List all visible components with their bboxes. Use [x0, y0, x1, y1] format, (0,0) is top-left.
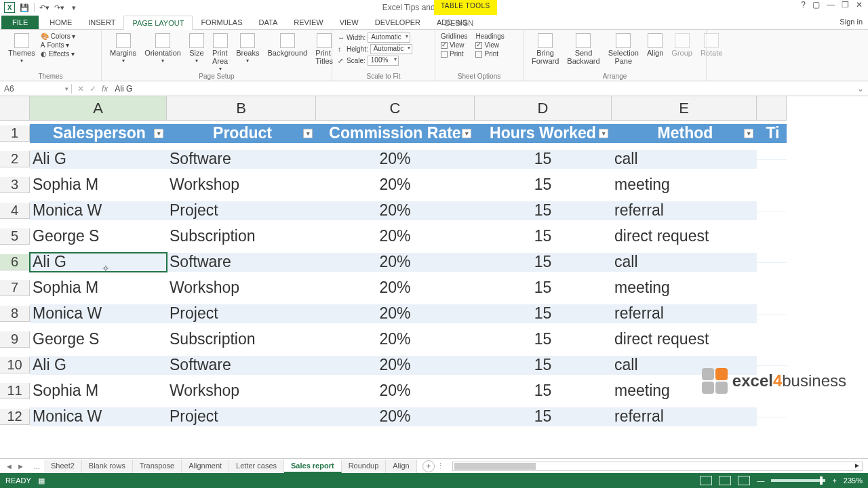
table-cell[interactable]: 20%	[316, 304, 475, 323]
sheet-tab-align[interactable]: Align	[386, 460, 416, 473]
table-header-salesperson[interactable]: Salesperson▾	[30, 124, 167, 143]
formula-bar-input[interactable]: Ali G	[112, 84, 853, 94]
background-button[interactable]: Background	[264, 32, 310, 73]
tab-developer[interactable]: DEVELOPER	[367, 16, 429, 29]
table-cell[interactable]: Monica W	[30, 304, 167, 323]
gridlines-view-check[interactable]	[441, 42, 448, 49]
zoom-level[interactable]: 235%	[844, 476, 863, 485]
theme-effects[interactable]: ◐ Effects ▾	[41, 50, 76, 58]
table-cell[interactable]: Project	[167, 304, 316, 323]
col-header-E[interactable]: E	[612, 96, 757, 121]
table-cell[interactable]	[757, 340, 787, 340]
table-cell[interactable]: Workshop	[167, 176, 316, 195]
tab-review[interactable]: REVIEW	[285, 16, 331, 29]
table-cell[interactable]: 20%	[316, 227, 475, 246]
table-header-commission[interactable]: Commission Rate▾	[316, 124, 475, 143]
col-header-F[interactable]	[757, 96, 787, 121]
print-area-button[interactable]: Print Area▾	[210, 32, 231, 73]
table-header-hours[interactable]: Hours Worked▾	[475, 124, 612, 143]
row-header-9[interactable]: 9	[0, 331, 30, 348]
zoom-out-button[interactable]: —	[757, 476, 764, 485]
help-icon[interactable]: ?	[801, 0, 806, 9]
table-cell[interactable]: 20%	[316, 356, 475, 375]
sheet-tab-sales-report[interactable]: Sales report	[284, 460, 342, 473]
col-header-D[interactable]: D	[475, 96, 612, 121]
table-cell[interactable]: 15	[475, 330, 612, 349]
sheet-tab-sheet2[interactable]: Sheet2	[44, 460, 82, 473]
table-cell[interactable]: Ali G	[30, 150, 167, 169]
view-page-layout-icon[interactable]	[719, 476, 731, 485]
table-cell[interactable]: Software	[167, 150, 316, 169]
tab-insert[interactable]: INSERT	[80, 16, 123, 29]
scale-percent-spinner[interactable]: 100%	[368, 56, 399, 66]
headings-view-check[interactable]	[475, 42, 482, 49]
themes-button[interactable]: Themes▾	[5, 32, 38, 65]
table-cell[interactable]: Sophia M	[30, 176, 167, 195]
sheet-tab-transpose[interactable]: Transpose	[133, 460, 182, 473]
name-box[interactable]: A6	[0, 84, 72, 94]
headings-print-check[interactable]	[475, 51, 482, 58]
table-header-method[interactable]: Method▾	[612, 124, 757, 143]
table-cell[interactable]: 15	[475, 304, 612, 323]
table-cell[interactable]: Workshop	[167, 382, 316, 401]
table-cell[interactable]: 20%	[316, 150, 475, 169]
row-header-2[interactable]: 2	[0, 151, 30, 167]
table-cell[interactable]: direct request	[612, 330, 757, 349]
zoom-slider[interactable]	[771, 479, 825, 482]
bring-forward-button[interactable]: Bring Forward	[529, 32, 561, 66]
fx-icon[interactable]: fx	[102, 84, 112, 94]
table-cell[interactable]: referral	[612, 201, 757, 220]
table-cell[interactable]	[757, 417, 787, 418]
table-cell[interactable]: George S	[30, 330, 167, 349]
row-header-4[interactable]: 4	[0, 203, 30, 219]
tab-page-layout[interactable]: PAGE LAYOUT	[123, 16, 193, 30]
macro-record-icon[interactable]: ▦	[38, 476, 45, 485]
table-cell[interactable]: Subscription	[167, 330, 316, 349]
send-backward-button[interactable]: Send Backward	[564, 32, 602, 66]
orientation-button[interactable]: Orientation▾	[142, 32, 184, 73]
table-cell[interactable]: Project	[167, 201, 316, 220]
table-cell[interactable]: Project	[167, 407, 316, 426]
table-cell[interactable]	[757, 288, 787, 289]
gridlines-print-check[interactable]	[441, 51, 448, 58]
table-cell[interactable]	[757, 185, 787, 186]
table-cell[interactable]: 15	[475, 176, 612, 195]
table-cell[interactable]: 15	[475, 201, 612, 220]
close-icon[interactable]: ✕	[856, 0, 863, 9]
breaks-button[interactable]: Breaks▾	[233, 32, 262, 73]
view-normal-icon[interactable]	[700, 476, 712, 485]
restore-icon[interactable]: ❐	[842, 0, 849, 9]
table-cell[interactable]: meeting	[612, 176, 757, 195]
table-cell[interactable]	[757, 211, 787, 211]
table-cell[interactable]	[757, 262, 787, 263]
minimize-icon[interactable]: —	[827, 0, 835, 9]
sheet-overflow[interactable]: ...	[30, 462, 44, 470]
table-cell[interactable]	[757, 159, 787, 160]
table-cell[interactable]: 15	[475, 279, 612, 298]
table-cell[interactable]: Monica W	[30, 201, 167, 220]
tab-data[interactable]: DATA	[251, 16, 286, 29]
select-all-corner[interactable]	[0, 96, 30, 121]
tab-file[interactable]: FILE	[1, 16, 39, 29]
table-cell[interactable]: Monica W	[30, 407, 167, 426]
scale-height-combo[interactable]: Automatic	[370, 44, 412, 54]
filter-icon[interactable]: ▾	[744, 129, 753, 138]
table-cell[interactable]: 20%	[316, 279, 475, 298]
tab-view[interactable]: VIEW	[332, 16, 367, 29]
table-cell[interactable]: 15	[475, 150, 612, 169]
margins-button[interactable]: Margins▾	[107, 32, 139, 73]
filter-icon[interactable]: ▾	[154, 129, 163, 138]
sheet-tab-blank-rows[interactable]: Blank rows	[82, 460, 133, 473]
table-cell[interactable]: call	[612, 253, 757, 272]
row-header-1[interactable]: 1	[0, 125, 30, 142]
col-header-B[interactable]: B	[167, 96, 316, 121]
filter-icon[interactable]: ▾	[599, 129, 608, 138]
ribbon-display-icon[interactable]: ▢	[812, 0, 820, 9]
row-header-3[interactable]: 3	[0, 177, 30, 193]
row-header-8[interactable]: 8	[0, 306, 30, 322]
table-header-partial[interactable]: Ti	[757, 124, 787, 143]
tab-home[interactable]: HOME	[41, 16, 80, 29]
table-header-product[interactable]: Product▾	[167, 124, 316, 143]
table-cell[interactable]: 20%	[316, 201, 475, 220]
table-cell[interactable]: 15	[475, 382, 612, 401]
